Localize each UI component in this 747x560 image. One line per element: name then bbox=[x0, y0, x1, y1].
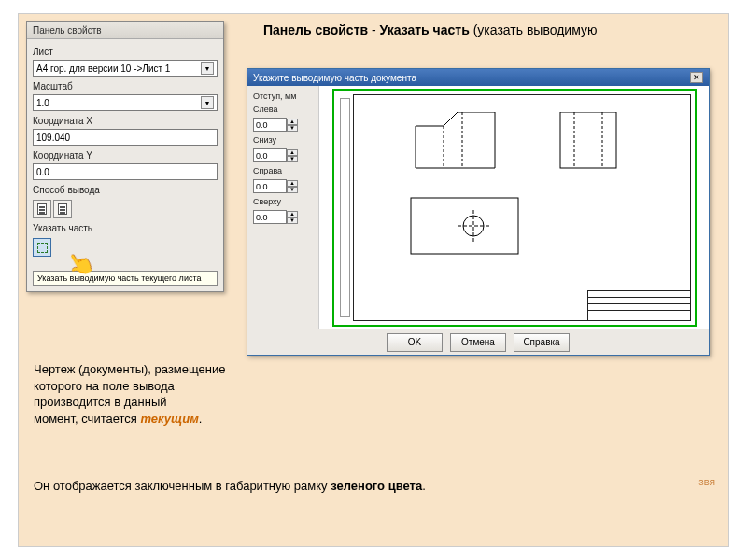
part-label: Указать часть bbox=[33, 223, 218, 233]
step-down-icon[interactable]: ▼ bbox=[287, 217, 298, 224]
coordy-label: Координата Y bbox=[33, 150, 218, 161]
title-block bbox=[587, 290, 690, 320]
scale-select[interactable]: 1.0▼ bbox=[33, 94, 218, 111]
side-view-icon bbox=[556, 112, 626, 177]
ok-button[interactable]: OK bbox=[387, 333, 443, 352]
author-mark: ЗВЯ bbox=[698, 478, 715, 487]
specify-part-button[interactable] bbox=[33, 238, 51, 257]
close-button[interactable]: ✕ bbox=[690, 72, 703, 83]
step-up-icon[interactable]: ▲ bbox=[287, 149, 298, 156]
page-icon bbox=[58, 203, 67, 215]
heading-b2: Указать часть bbox=[380, 22, 470, 37]
chevron-down-icon[interactable]: ▼ bbox=[201, 96, 214, 109]
preview-area bbox=[319, 86, 709, 329]
dialog-buttons: OK Отмена Справка bbox=[247, 329, 709, 355]
highlight-current: текущим bbox=[140, 412, 198, 426]
drawing-sheet bbox=[332, 89, 697, 327]
page-icon bbox=[37, 203, 47, 215]
step-down-icon[interactable]: ▼ bbox=[287, 156, 298, 162]
front-view-icon bbox=[406, 112, 509, 177]
panel-body: Лист A4 гор. для версии 10 ->Лист 1▼ Мас… bbox=[27, 39, 223, 291]
tooltip: Указать выводимую часть текущего листа bbox=[33, 271, 218, 286]
bottom-margin-input[interactable]: ▲▼ bbox=[253, 148, 313, 162]
body-paragraph-1: Чертеж (документы), размещение которого … bbox=[34, 361, 230, 427]
sheet-select[interactable]: A4 гор. для версии 10 ->Лист 1▼ bbox=[33, 60, 218, 77]
step-up-icon[interactable]: ▲ bbox=[287, 180, 298, 187]
slide-heading: Панель свойств - Указать часть (указать … bbox=[263, 21, 684, 39]
step-down-icon[interactable]: ▼ bbox=[287, 187, 298, 193]
coordx-label: Координата X bbox=[33, 116, 218, 126]
output-all-pages-button[interactable] bbox=[33, 200, 51, 218]
panel-title: Панель свойств bbox=[27, 22, 223, 39]
coordx-input[interactable] bbox=[33, 129, 218, 146]
margins-group: Отступ, мм Слева ▲▼ Снизу ▲▼ Справа ▲▼ С… bbox=[247, 86, 319, 329]
dialog-titlebar: Укажите выводимую часть документа ✕ bbox=[247, 69, 709, 86]
coordy-input[interactable] bbox=[33, 163, 218, 180]
dialog-body: Отступ, мм Слева ▲▼ Снизу ▲▼ Справа ▲▼ С… bbox=[247, 86, 709, 329]
close-icon: ✕ bbox=[693, 73, 700, 82]
step-down-icon[interactable]: ▼ bbox=[287, 125, 298, 132]
step-up-icon[interactable]: ▲ bbox=[287, 119, 298, 125]
step-up-icon[interactable]: ▲ bbox=[287, 211, 298, 217]
sheet-frame bbox=[353, 94, 691, 321]
heading-b1: Панель свойств bbox=[263, 22, 368, 37]
top-margin-input[interactable]: ▲▼ bbox=[253, 210, 313, 224]
help-button[interactable]: Справка bbox=[514, 333, 570, 352]
bottom-margin-label: Снизу bbox=[253, 135, 313, 145]
left-margin-input[interactable]: ▲▼ bbox=[253, 118, 313, 132]
sheet-label: Лист bbox=[33, 47, 218, 57]
left-margin-label: Слева bbox=[253, 105, 313, 114]
top-margin-label: Сверху bbox=[253, 197, 313, 206]
selection-icon bbox=[37, 243, 48, 253]
top-view-icon bbox=[406, 193, 528, 263]
properties-panel: Панель свойств Лист A4 гор. для версии 1… bbox=[26, 21, 224, 292]
svg-rect-2 bbox=[560, 112, 616, 168]
body-paragraph-2: Он отображается заключенным в габаритную… bbox=[34, 479, 557, 493]
cancel-button[interactable]: Отмена bbox=[450, 333, 506, 352]
margins-label: Отступ, мм bbox=[253, 91, 313, 101]
right-margin-label: Справа bbox=[253, 166, 313, 175]
highlight-green: зеленого цвета bbox=[331, 479, 422, 493]
drawing-views bbox=[378, 105, 681, 281]
chevron-down-icon[interactable]: ▼ bbox=[201, 62, 214, 75]
output-mode-label: Способ вывода bbox=[33, 185, 218, 195]
slide-canvas: Панель свойств Лист A4 гор. для версии 1… bbox=[18, 13, 729, 547]
scale-label: Масштаб bbox=[33, 81, 218, 91]
dialog-title: Укажите выводимую часть документа bbox=[253, 73, 416, 83]
scale-value: 1.0 bbox=[36, 98, 49, 108]
output-part-dialog: Укажите выводимую часть документа ✕ Отст… bbox=[247, 68, 710, 356]
sheet-value: A4 гор. для версии 10 ->Лист 1 bbox=[36, 63, 170, 74]
sheet-side-text bbox=[340, 98, 350, 317]
right-margin-input[interactable]: ▲▼ bbox=[253, 179, 313, 193]
output-single-page-button[interactable] bbox=[53, 200, 72, 218]
